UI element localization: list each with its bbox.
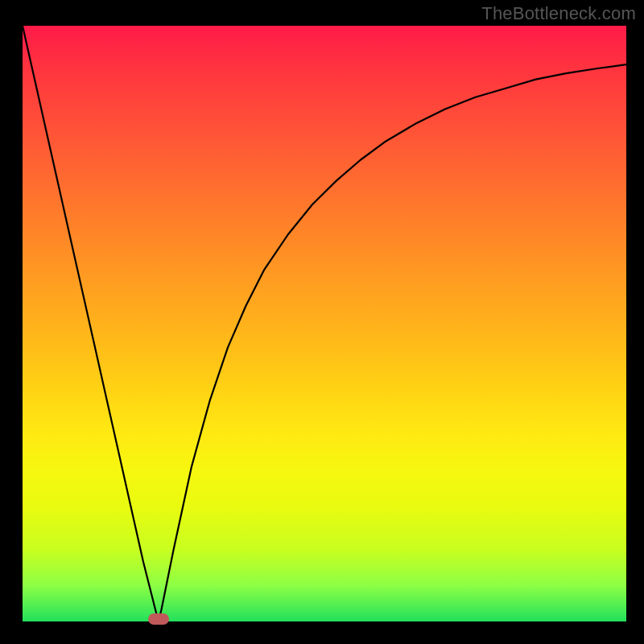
chart-container: TheBottleneck.com xyxy=(0,0,644,644)
optimum-marker xyxy=(148,613,169,625)
bottleneck-curve xyxy=(23,26,626,621)
plot-area xyxy=(23,26,626,621)
watermark-text: TheBottleneck.com xyxy=(481,3,636,24)
